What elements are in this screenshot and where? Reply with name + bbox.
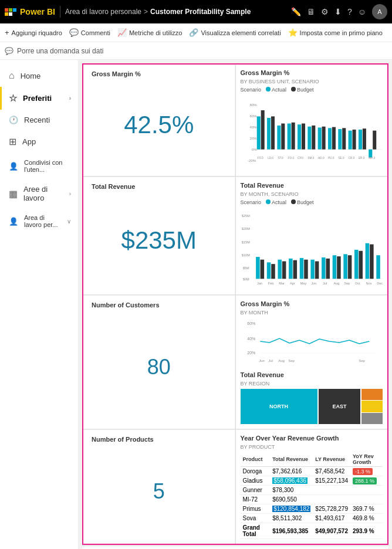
ask-bar: 💬 Porre una domanda sui dati	[0, 42, 392, 60]
total-rev: $78,300	[270, 486, 313, 495]
svg-rect-22	[332, 127, 335, 150]
sidebar-shared-label: Condivisi con l'uten...	[24, 159, 71, 173]
svg-rect-23	[338, 129, 342, 150]
svg-text:40%: 40%	[247, 337, 255, 341]
revenue-variance-section: Revenue % Variance to Budget BY MONTH 10…	[82, 545, 388, 549]
total-rev: $58,096,436	[270, 476, 313, 486]
main-layout: ⌂ Home ☆ Preferiti › 🕐 Recenti ⊞ App 👤 C…	[0, 60, 392, 549]
sidebar-item-workspaces[interactable]: ▦ Aree di lavoro ›	[0, 179, 78, 208]
budget-legend: Budget	[291, 87, 314, 93]
sidebar-item-home[interactable]: ⌂ Home	[0, 65, 78, 87]
workspace-link[interactable]: Area di lavoro personale	[65, 8, 141, 16]
table-row: Gladius $58,096,436 $15,227,134 288.1 %	[241, 476, 383, 486]
yoy-table-card: Year Over Year Revenue Growth BY PRODUCT…	[236, 429, 388, 544]
highlight-cell-2: $120,854,182	[272, 506, 310, 512]
gross-margin-bar-chart: 80% 60% 40% 20% 0% -20%	[241, 95, 383, 171]
gm-month-subtitle: BY MONTH	[241, 310, 383, 316]
svg-rect-67	[347, 255, 352, 279]
num-customers-title: Number of Customers	[92, 301, 227, 309]
top-nav: Power BI Area di lavoro personale > Cust…	[0, 0, 392, 23]
yoy-growth: 293.9 %	[350, 523, 383, 539]
product-name: Doroga	[241, 467, 271, 476]
help-icon[interactable]: ?	[347, 7, 352, 16]
region-orange	[361, 389, 383, 400]
col-yoy: YoY Rev Growth	[350, 452, 383, 467]
svg-text:LD.0: LD.0	[267, 157, 273, 160]
download-icon[interactable]: ⬇	[334, 7, 342, 16]
sidebar-item-app[interactable]: ⊞ App	[0, 130, 78, 153]
ly-rev	[313, 486, 350, 495]
avatar[interactable]: A	[372, 4, 387, 19]
svg-text:$15M: $15M	[241, 240, 249, 244]
yoy-growth: 469.8 %	[350, 514, 383, 523]
svg-rect-54	[278, 260, 282, 279]
svg-rect-56	[289, 259, 293, 279]
total-rev: $120,854,182	[270, 504, 313, 514]
yoy-table: Product Total Revenue LY Revenue YoY Rev…	[241, 452, 383, 539]
ly-rev: $7,458,542	[313, 467, 350, 476]
svg-rect-65	[337, 256, 341, 279]
svg-rect-17	[307, 127, 311, 150]
edit-icon[interactable]: ✏️	[291, 7, 301, 16]
view-related-button[interactable]: 🔗 Visualizza elementi correlati	[189, 28, 281, 37]
svg-rect-66	[343, 254, 347, 279]
settings-icon[interactable]: ⚙	[321, 7, 329, 16]
svg-text:Jul: Jul	[322, 282, 326, 285]
col-ly-rev: LY Revenue	[313, 452, 350, 467]
svg-text:Jan: Jan	[256, 282, 262, 285]
svg-rect-63	[326, 259, 330, 279]
svg-text:Mar: Mar	[279, 282, 285, 285]
workspaces-icon: ▦	[9, 188, 18, 199]
svg-text:HO.0: HO.0	[317, 157, 324, 160]
svg-text:PU.0: PU.0	[327, 157, 334, 160]
region-rest	[361, 389, 383, 424]
total-revenue-chart-title: Total Revenue	[241, 182, 383, 189]
comments-button[interactable]: 💬 Commenti	[69, 28, 110, 37]
add-tile-button[interactable]: + Aggiungi riquadro	[5, 28, 62, 37]
svg-rect-27	[358, 130, 361, 150]
svg-rect-25	[348, 131, 352, 150]
powerbi-logo-text: Power BI	[20, 7, 55, 16]
yoy-subtitle: BY PRODUCT	[241, 444, 383, 450]
num-customers-value: 80	[92, 311, 227, 423]
table-row: Primus $120,854,182 $25,728,279 369.7 %	[241, 504, 383, 514]
svg-text:Jun: Jun	[259, 359, 265, 362]
chart-total-revenue-month: Total Revenue BY MONTH, SCENARIO Scenari…	[236, 177, 388, 294]
sidebar-item-myworkspace[interactable]: 👤 Area di lavoro per... ∨	[0, 208, 78, 234]
table-row: Sova $8,511,302 $1,493,617 469.8 %	[241, 514, 383, 523]
total-rev: $690,550	[270, 495, 313, 504]
metrics-button[interactable]: 📈 Metriche di utilizzo	[117, 28, 182, 37]
svg-rect-51	[260, 260, 264, 279]
svg-rect-60	[310, 260, 315, 279]
kpi-num-products: Number of Products 5	[83, 429, 235, 544]
ask-icon: 💬	[5, 47, 13, 55]
sidebar-item-favorites[interactable]: ☆ Preferiti ›	[0, 87, 78, 110]
view-icon[interactable]: 🖥	[307, 7, 315, 16]
chevron-right-icon-2: ›	[69, 191, 71, 197]
svg-rect-16	[301, 124, 305, 150]
kpi-total-revenue: Total Revenue $235M	[83, 177, 235, 294]
top-nav-icons: ✏️ 🖥 ⚙ ⬇ ? ☺ A	[291, 4, 387, 19]
svg-rect-70	[365, 243, 369, 279]
svg-text:20%: 20%	[247, 351, 255, 355]
logo-area: Power BI	[5, 7, 55, 16]
svg-text:$10M: $10M	[241, 253, 249, 257]
num-products-value: 5	[92, 445, 227, 538]
svg-text:SM.0: SM.0	[307, 157, 314, 160]
svg-rect-19	[317, 127, 321, 149]
region-yellow	[361, 401, 383, 412]
scenario-label: Scenario	[241, 87, 262, 93]
svg-text:60%: 60%	[249, 114, 257, 118]
svg-rect-24	[342, 128, 346, 149]
sidebar-workspaces-label: Aree di lavoro	[23, 185, 63, 202]
set-default-button[interactable]: ⭐ Imposta come in primo piano	[288, 28, 383, 37]
sidebar-item-recenti[interactable]: 🕐 Recenti	[0, 110, 78, 130]
svg-rect-68	[354, 250, 359, 279]
svg-text:80%: 80%	[249, 103, 257, 107]
sidebar-item-shared[interactable]: 👤 Condivisi con l'uten...	[0, 153, 78, 179]
feedback-icon[interactable]: ☺	[358, 7, 366, 16]
svg-text:Dec: Dec	[377, 282, 383, 285]
sidebar-recenti-label: Recenti	[24, 116, 50, 124]
ask-prompt[interactable]: Porre una domanda sui dati	[17, 47, 103, 55]
product-name: Sova	[241, 514, 271, 523]
